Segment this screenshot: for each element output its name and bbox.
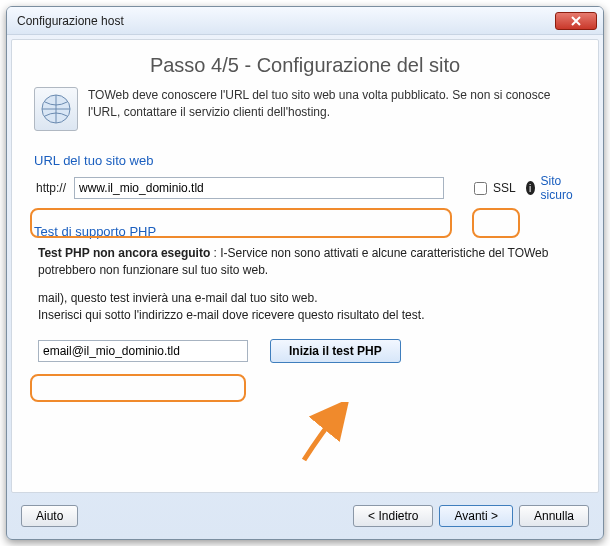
php-email-row: Inizia il test PHP (38, 339, 572, 363)
annotation-arrow (292, 402, 362, 472)
titlebar: Configurazione host (7, 7, 603, 35)
ssl-label: SSL (493, 181, 516, 195)
url-row: http:// SSL i Sito sicuro (34, 174, 576, 202)
php-info-line-a: mail), questo test invierà una e-mail da… (38, 290, 572, 307)
cancel-button[interactable]: Annulla (519, 505, 589, 527)
globe-icon (34, 87, 78, 131)
url-prefix: http:// (34, 177, 68, 199)
ssl-checkbox[interactable] (474, 182, 487, 195)
php-section-heading: Test di supporto PHP (34, 224, 576, 239)
php-info-line-b: Inserisci qui sotto l'indirizzo e-mail d… (38, 307, 572, 324)
dialog-content: Passo 4/5 - Configurazione del sito TOWe… (11, 39, 599, 493)
dialog-window: Configurazione host Passo 4/5 - Configur… (6, 6, 604, 540)
close-icon (571, 16, 581, 26)
help-button[interactable]: Aiuto (21, 505, 78, 527)
dialog-footer: Aiuto < Indietro Avanti > Annulla (7, 497, 603, 539)
url-input[interactable] (74, 177, 444, 199)
info-icon[interactable]: i (526, 181, 535, 195)
window-title: Configurazione host (17, 14, 555, 28)
start-php-test-button[interactable]: Inizia il test PHP (270, 339, 401, 363)
annotation-highlight-email (30, 374, 246, 402)
secure-site-link[interactable]: Sito sicuro (541, 174, 576, 202)
step-title: Passo 4/5 - Configurazione del sito (34, 54, 576, 77)
intro-text: TOWeb deve conoscere l'URL del tuo sito … (88, 87, 576, 131)
intro-row: TOWeb deve conoscere l'URL del tuo sito … (34, 87, 576, 131)
close-button[interactable] (555, 12, 597, 30)
back-button[interactable]: < Indietro (353, 505, 433, 527)
php-section-body: Test PHP non ancora eseguito : I-Service… (34, 245, 576, 363)
next-button[interactable]: Avanti > (439, 505, 512, 527)
php-status-bold: Test PHP non ancora eseguito (38, 246, 210, 260)
ssl-checkbox-wrap[interactable]: SSL (470, 179, 516, 198)
footer-spacer (84, 505, 347, 527)
php-status-line: Test PHP non ancora eseguito : I-Service… (38, 245, 572, 280)
url-section-heading: URL del tuo sito web (34, 153, 576, 168)
php-email-input[interactable] (38, 340, 248, 362)
